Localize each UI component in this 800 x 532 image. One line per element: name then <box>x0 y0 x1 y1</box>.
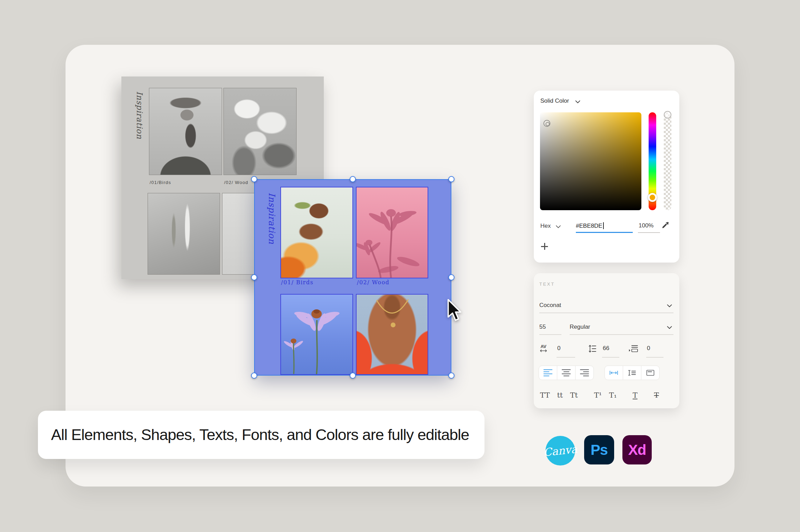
necklace-illustration <box>357 295 428 374</box>
text-box-sizing-group <box>604 366 660 380</box>
photoshop-logo-text: Ps <box>591 442 608 458</box>
selected-photo-portrait[interactable] <box>280 187 353 278</box>
text-panel-header: TEXT <box>539 282 555 287</box>
coneflower-illustration <box>281 295 352 374</box>
lowercase-button[interactable]: tt <box>557 391 563 399</box>
gray-board-title: Inspiration <box>135 91 144 139</box>
align-left-icon <box>543 369 552 377</box>
text-caret <box>603 222 604 229</box>
selected-photo-necklace[interactable] <box>356 294 428 375</box>
canva-logo-text: Canva <box>543 443 578 459</box>
canva-logo: Canva <box>546 436 575 466</box>
text-transform-row: TT tt Tt T¹ T₁ T T <box>539 391 659 399</box>
subscript-button[interactable]: T₁ <box>609 391 617 399</box>
letter-spacing-icon-text: AV <box>540 344 546 349</box>
auto-height-icon <box>628 370 636 376</box>
auto-width-button[interactable] <box>604 366 623 380</box>
text-align-group <box>539 366 594 380</box>
selection-handle-bottom-left[interactable] <box>251 372 257 379</box>
align-center-button[interactable] <box>557 366 576 380</box>
line-height-input[interactable]: 66 <box>603 345 609 352</box>
hex-value-text: #EBE8DE <box>576 223 602 229</box>
align-center-icon <box>562 369 571 377</box>
letter-spacing-underline <box>557 357 575 358</box>
caption-text: All Elements, Shapes, Texts, Fonts, and … <box>51 426 469 444</box>
selection-handle-top-center[interactable] <box>350 176 356 182</box>
photoshop-logo: Ps <box>584 435 614 464</box>
color-picker-panel: Solid Color Hex #EBE8DE 100% <box>534 91 679 263</box>
chevron-down-icon[interactable] <box>556 225 561 228</box>
paragraph-spacing-icon <box>628 345 639 353</box>
font-style-select[interactable]: Regular <box>570 324 590 330</box>
paragraph-spacing-input[interactable]: 0 <box>647 345 650 352</box>
hex-value-input[interactable]: #EBE8DE <box>576 222 604 229</box>
selected-label-wood: /02/ Wood <box>357 279 390 286</box>
line-height-underline <box>602 357 619 358</box>
auto-width-icon <box>609 370 618 375</box>
fixed-size-button[interactable] <box>641 366 660 380</box>
color-format-select[interactable]: Hex <box>540 223 551 229</box>
underline-button[interactable]: T <box>633 391 638 399</box>
moodboard-selected[interactable]: Inspiration <box>254 179 451 376</box>
auto-height-button[interactable] <box>623 366 641 380</box>
font-size-input[interactable]: 55 <box>539 324 546 330</box>
opacity-input[interactable]: 100% <box>639 222 653 229</box>
titlecase-button[interactable]: Tt <box>570 391 578 399</box>
superscript-button[interactable]: T¹ <box>594 391 602 399</box>
strikethrough-button[interactable]: T <box>654 391 659 399</box>
gray-photo-lilies[interactable] <box>223 88 297 175</box>
chevron-down-icon[interactable] <box>667 304 672 307</box>
gray-photo-portrait[interactable] <box>149 88 222 175</box>
gray-photo-flower-spike[interactable] <box>148 193 220 275</box>
letter-spacing-icon: AV <box>539 344 548 353</box>
selected-board-title: Inspiration <box>267 193 277 244</box>
opacity-input-underline <box>638 232 660 233</box>
paragraph-spacing-underline <box>646 357 663 358</box>
fixed-size-icon <box>646 370 654 376</box>
caption-banner: All Elements, Shapes, Texts, Fonts, and … <box>38 411 484 459</box>
font-size-underline <box>539 334 561 335</box>
align-left-button[interactable] <box>539 366 557 380</box>
saturation-value-handle[interactable] <box>543 120 550 127</box>
selection-handle-top-left[interactable] <box>251 176 257 182</box>
saturation-value-area[interactable] <box>540 112 641 210</box>
selection-handle-mid-left[interactable] <box>251 274 257 280</box>
add-swatch-button[interactable] <box>540 242 549 250</box>
chevron-down-icon[interactable] <box>667 326 672 329</box>
selected-label-birds: /01/ Birds <box>281 279 313 286</box>
alpha-slider[interactable] <box>664 112 671 210</box>
adobe-xd-logo-text: Xd <box>628 442 646 458</box>
gray-label-wood: /02/ Wood <box>224 180 248 185</box>
eyedropper-icon[interactable] <box>661 220 670 230</box>
selection-handle-bottom-center[interactable] <box>350 372 356 379</box>
text-settings-panel: TEXT Coconat 55 Regular AV 0 66 <box>534 273 679 408</box>
pink-flowers-illustration <box>357 187 428 278</box>
uppercase-button[interactable]: TT <box>540 391 550 399</box>
chevron-down-icon[interactable] <box>575 100 580 103</box>
font-family-select[interactable]: Coconat <box>539 302 561 309</box>
font-select-underline <box>539 313 673 313</box>
selection-handle-mid-right[interactable] <box>448 274 454 280</box>
adobe-xd-logo: Xd <box>622 435 652 464</box>
line-height-icon <box>588 344 597 353</box>
selected-photo-pink-flowers[interactable] <box>356 187 428 278</box>
selected-photo-coneflower[interactable] <box>280 294 353 375</box>
alpha-slider-handle[interactable] <box>664 111 671 119</box>
align-right-button[interactable] <box>575 366 594 380</box>
selection-handle-bottom-right[interactable] <box>448 372 454 379</box>
mouse-cursor-icon <box>446 299 462 322</box>
stage: Inspiration /01/Birds /02/ Wood Inspirat… <box>0 0 800 532</box>
hex-input-underline <box>576 232 633 233</box>
letter-spacing-input[interactable]: 0 <box>557 345 560 352</box>
align-right-icon <box>580 369 589 377</box>
gray-label-birds: /01/Birds <box>150 180 171 185</box>
font-style-underline <box>570 334 673 335</box>
hue-slider-handle[interactable] <box>648 193 657 202</box>
color-mode-select[interactable]: Solid Color <box>540 98 569 104</box>
selection-handle-top-right[interactable] <box>448 176 454 182</box>
